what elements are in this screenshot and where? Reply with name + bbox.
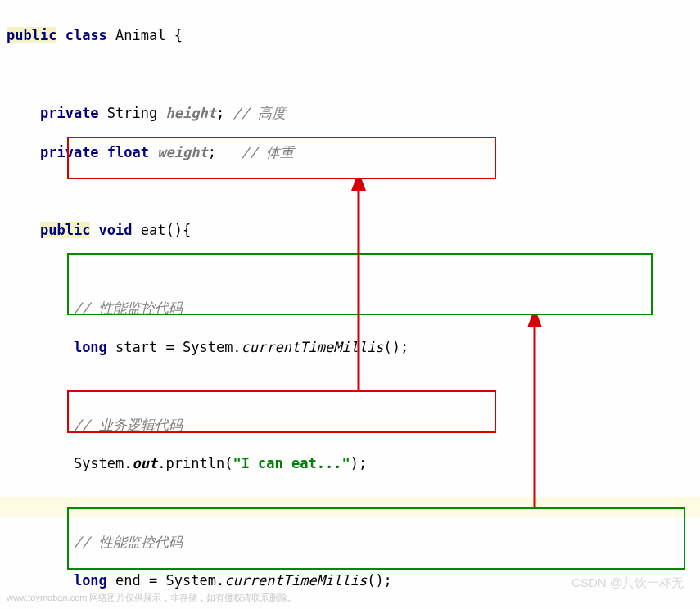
keyword-class: class xyxy=(65,27,107,43)
method-sig: eat(){ xyxy=(133,222,192,238)
class-name: Animal { xyxy=(107,27,183,43)
comment: // 性能监控代码 xyxy=(74,534,183,550)
watermark-right: CSDN @共饮一杯无 xyxy=(571,574,684,591)
keyword-long: long xyxy=(74,339,107,355)
field-name: weight xyxy=(157,144,207,160)
comment: // 高度 xyxy=(224,105,286,121)
keyword-private: private xyxy=(40,144,99,160)
type: float xyxy=(99,144,158,160)
comment: // 体重 xyxy=(233,144,294,160)
comment: // 性能监控代码 xyxy=(74,300,183,316)
keyword-long: long xyxy=(74,572,107,589)
code-block: public class Animal { private String hei… xyxy=(7,7,693,609)
type: String xyxy=(99,105,166,121)
field-name: height xyxy=(166,105,216,121)
static-field: out xyxy=(133,455,158,471)
keyword-private: private xyxy=(40,105,99,121)
comment: // 业务逻辑代码 xyxy=(74,417,183,433)
method-call: currentTimeMillis xyxy=(224,572,367,589)
keyword-public: public xyxy=(40,222,90,238)
keyword-public: public xyxy=(7,27,56,43)
string-literal: "I can eat..." xyxy=(233,455,350,471)
method-call: currentTimeMillis xyxy=(242,339,384,355)
keyword-void: void xyxy=(90,222,132,238)
watermark-left: www.toymoban.com 网络图片仅供展示，非存储，如有侵权请联系删除。 xyxy=(7,592,296,604)
